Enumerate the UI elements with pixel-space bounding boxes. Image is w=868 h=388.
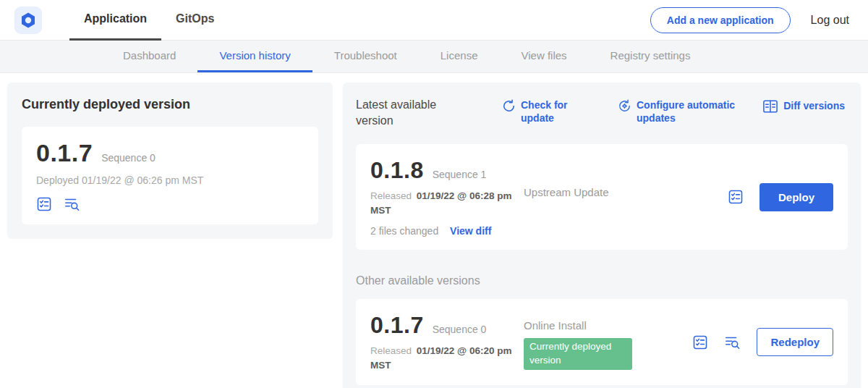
currently-deployed-badge: Currently deployed version: [524, 338, 632, 370]
app-logo-icon: [20, 12, 37, 29]
available-versions-panel: Latest available version Check for updat…: [343, 83, 861, 388]
nav-dashboard[interactable]: Dashboard: [101, 41, 197, 72]
deployed-timestamp: Deployed 01/19/22 @ 06:26 pm MST: [36, 174, 304, 186]
check-for-update-label: Check for update: [521, 98, 574, 125]
nav-view-files[interactable]: View files: [499, 41, 588, 72]
other-actions: Redeploy: [692, 328, 833, 356]
latest-version-number: 0.1.8: [370, 157, 424, 184]
other-version-info: 0.1.7 Sequence 0 Released 01/19/22 @ 06:…: [370, 312, 524, 372]
diff-versions-label: Diff versions: [783, 99, 845, 112]
released-prefix: Released: [370, 345, 412, 356]
auto-update-icon: [618, 99, 631, 113]
latest-actions: Deploy: [728, 183, 833, 211]
logout-button[interactable]: Log out: [811, 14, 849, 27]
other-versions-title: Other available versions: [356, 274, 848, 287]
nav-registry-settings[interactable]: Registry settings: [589, 41, 712, 72]
deployed-version-card: 0.1.7 Sequence 0 Deployed 01/19/22 @ 06:…: [22, 127, 318, 224]
latest-released-line: Released 01/19/22 @ 06:28 pm MST: [370, 189, 519, 217]
deployed-panel-title: Currently deployed version: [22, 97, 318, 112]
other-sequence-label: Sequence 0: [433, 324, 487, 335]
deployed-icon-row: [36, 196, 304, 212]
file-diff-icon[interactable]: [724, 334, 741, 350]
tab-gitops[interactable]: GitOps: [161, 0, 229, 41]
diff-versions-link[interactable]: Diff versions: [762, 98, 845, 114]
view-diff-link[interactable]: View diff: [450, 225, 491, 237]
secondary-nav: Dashboard Version history Troubleshoot L…: [0, 41, 868, 73]
release-notes-icon[interactable]: [692, 334, 708, 350]
deployed-version-row: 0.1.7 Sequence 0: [36, 139, 304, 167]
top-tabs: Application GitOps: [69, 0, 229, 41]
files-changed-label: 2 files changed: [370, 225, 438, 237]
top-header: Application GitOps Add a new application…: [0, 0, 868, 41]
nav-license[interactable]: License: [419, 41, 500, 72]
deployed-version-number: 0.1.7: [36, 139, 93, 167]
tab-application[interactable]: Application: [69, 0, 161, 41]
latest-sequence-label: Sequence 1: [433, 169, 487, 180]
files-changed-row: 2 files changed View diff: [370, 225, 524, 237]
deploy-button[interactable]: Deploy: [760, 183, 833, 211]
other-source-label: Online Install: [524, 319, 661, 332]
release-notes-icon[interactable]: [728, 189, 744, 205]
other-version-card: 0.1.7 Sequence 0 Released 01/19/22 @ 06:…: [356, 299, 848, 385]
other-released-line: Released 01/19/22 @ 06:20 pm MST: [370, 344, 519, 372]
add-application-button[interactable]: Add a new application: [650, 7, 791, 33]
refresh-icon: [502, 99, 516, 113]
available-panel-title: Latest available version: [356, 97, 459, 128]
other-source-column: Online Install Currently deployed versio…: [524, 312, 661, 370]
available-header: Latest available version Check for updat…: [356, 97, 848, 128]
release-notes-icon[interactable]: [36, 196, 52, 212]
latest-source-label: Upstream Update: [524, 157, 661, 198]
app-logo[interactable]: [14, 7, 42, 34]
nav-version-history[interactable]: Version history: [197, 41, 312, 72]
latest-version-card: 0.1.8 Sequence 1 Released 01/19/22 @ 06:…: [356, 144, 848, 250]
diff-versions-icon: [762, 99, 778, 114]
nav-troubleshoot[interactable]: Troubleshoot: [312, 41, 419, 72]
latest-version-info: 0.1.8 Sequence 1 Released 01/19/22 @ 06:…: [370, 157, 524, 237]
admin-console-window: Application GitOps Add a new application…: [0, 0, 868, 388]
currently-deployed-panel: Currently deployed version 0.1.7 Sequenc…: [7, 83, 333, 239]
header-actions: Add a new application Log out: [650, 7, 849, 33]
other-version-number: 0.1.7: [370, 312, 424, 339]
file-diff-icon[interactable]: [64, 196, 80, 212]
configure-updates-label: Configure automatic updates: [637, 98, 738, 125]
configure-updates-link[interactable]: Configure automatic updates: [618, 98, 738, 125]
released-prefix: Released: [370, 190, 412, 201]
check-for-update-link[interactable]: Check for update: [502, 98, 574, 125]
redeploy-button[interactable]: Redeploy: [757, 328, 833, 356]
deployed-sequence-label: Sequence 0: [101, 152, 156, 164]
main-content: Currently deployed version 0.1.7 Sequenc…: [0, 73, 868, 388]
